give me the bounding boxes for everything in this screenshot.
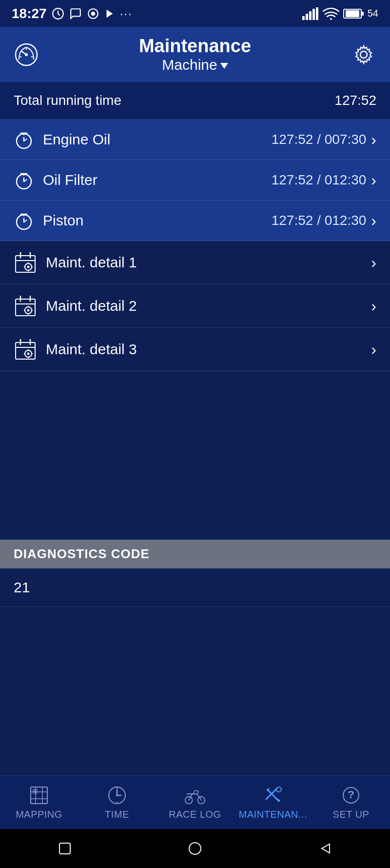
svg-line-14: [31, 57, 33, 57]
nav-item-time[interactable]: TIME: [78, 781, 156, 824]
svg-point-12: [25, 53, 28, 56]
calendar-gear-icon-3: [14, 338, 37, 361]
oil-filter-item[interactable]: Oil Filter 127:52 / 012:30 ›: [0, 160, 390, 201]
app-header: Maintenance Machine: [0, 27, 390, 82]
engine-oil-left: Engine Oil: [14, 129, 110, 150]
svg-point-37: [27, 266, 30, 268]
status-right: 54: [302, 7, 378, 20]
machine-selector[interactable]: Machine: [41, 57, 349, 73]
svg-marker-3: [106, 9, 113, 18]
race-log-icon: [184, 785, 206, 806]
setup-icon: ?: [340, 785, 362, 806]
gear-icon: [353, 44, 374, 65]
maint-detail-3-label: Maint. detail 3: [46, 341, 137, 358]
total-running-value: 127:52: [334, 93, 376, 108]
maintenance-nav-icon: [262, 785, 284, 806]
maint-detail-2-chevron: ›: [371, 297, 376, 315]
wifi-icon: [323, 7, 339, 20]
svg-point-57: [27, 353, 30, 355]
system-back-button[interactable]: [315, 839, 335, 858]
empty-space: [0, 371, 390, 540]
signal-icon: [302, 7, 319, 20]
header-center: Maintenance Machine: [41, 36, 349, 73]
chevron-down-icon: [220, 63, 228, 69]
svg-rect-67: [33, 789, 38, 794]
page-title: Maintenance: [41, 36, 349, 57]
svg-line-13: [20, 57, 21, 57]
calendar-gear-icon-2: [14, 294, 37, 318]
maint-detail-3-chevron: ›: [371, 341, 376, 359]
svg-rect-32: [16, 256, 35, 272]
piston-value: 127:52 / 012:30: [272, 213, 367, 228]
time-nav-icon: [106, 785, 128, 806]
engine-oil-value: 127:52 / 007:30: [272, 132, 367, 147]
diagnostics-header-label: DIAGNOSTICS CODE: [14, 546, 150, 561]
svg-rect-6: [309, 11, 312, 20]
play-icon: [104, 8, 115, 19]
system-home-button[interactable]: [185, 839, 205, 858]
clock-icon: [52, 7, 64, 20]
stopwatch-icon-3: [14, 210, 34, 231]
piston-chevron: ›: [371, 212, 376, 230]
piston-item[interactable]: Piston 127:52 / 012:30 ›: [0, 201, 390, 241]
nav-item-mapping[interactable]: MAPPING: [0, 781, 78, 824]
status-time: 18:27: [12, 6, 47, 21]
svg-point-47: [27, 309, 30, 312]
maint-detail-1-left: Maint. detail 1: [14, 251, 137, 274]
total-running-row: Total running time 127:52: [0, 82, 390, 120]
system-square-button[interactable]: [55, 839, 75, 858]
oil-filter-right: 127:52 / 012:30 ›: [272, 171, 376, 189]
status-bar: 18:27 ···: [0, 0, 390, 27]
maint-detail-1-item[interactable]: Maint. detail 1 ›: [0, 241, 390, 284]
svg-text:?: ?: [348, 788, 354, 801]
piston-left: Piston: [14, 210, 83, 231]
svg-point-9: [330, 18, 332, 20]
engine-oil-label: Engine Oil: [43, 131, 110, 148]
svg-point-79: [276, 787, 281, 792]
piston-right: 127:52 / 012:30 ›: [272, 212, 376, 230]
svg-rect-8: [316, 7, 318, 20]
calendar-gear-icon-1: [14, 251, 37, 274]
maint-detail-2-item[interactable]: Maint. detail 2 ›: [0, 284, 390, 328]
speedometer-button[interactable]: [12, 40, 41, 69]
oil-filter-value: 127:52 / 012:30: [272, 172, 367, 188]
lower-empty-space: [0, 607, 390, 775]
maint-detail-1-chevron: ›: [371, 254, 376, 272]
maint-detail-3-item[interactable]: Maint. detail 3 ›: [0, 328, 390, 371]
svg-point-16: [360, 51, 367, 58]
svg-marker-84: [322, 844, 330, 853]
nav-time-label: TIME: [105, 809, 129, 820]
total-running-label: Total running time: [14, 93, 121, 108]
speedometer-icon: [14, 42, 39, 67]
nav-item-setup[interactable]: ? SET UP: [312, 781, 390, 824]
diagnostics-value-row: 21: [0, 568, 390, 607]
svg-rect-7: [312, 9, 315, 20]
nav-item-maintenance[interactable]: MAINTENAN...: [234, 781, 312, 824]
engine-oil-chevron: ›: [371, 131, 376, 149]
main-content: Maintenance Machine Total running time 1…: [0, 27, 390, 775]
system-nav: [0, 829, 390, 868]
mapping-icon: [28, 785, 50, 806]
nav-mapping-label: MAPPING: [16, 809, 62, 820]
battery-level: 54: [368, 8, 378, 19]
stopwatch-icon-1: [14, 129, 34, 150]
message-icon: [69, 7, 82, 20]
svg-rect-4: [302, 16, 305, 20]
diagnostics-value: 21: [14, 579, 30, 595]
maint-detail-2-left: Maint. detail 2: [14, 294, 137, 318]
nav-setup-label: SET UP: [333, 809, 370, 820]
circle-icon: [87, 7, 99, 20]
oil-filter-left: Oil Filter: [14, 170, 98, 190]
maint-detail-2-label: Maint. detail 2: [46, 298, 137, 314]
svg-point-2: [91, 11, 95, 16]
stopwatch-icon-2: [14, 170, 34, 190]
engine-oil-item[interactable]: Engine Oil 127:52 / 007:30 ›: [0, 120, 390, 160]
settings-button[interactable]: [349, 40, 378, 69]
nav-maintenance-label: MAINTENAN...: [239, 809, 307, 820]
maint-detail-3-left: Maint. detail 3: [14, 338, 137, 361]
svg-point-83: [189, 843, 201, 854]
nav-item-race-log[interactable]: RACE LOG: [156, 781, 234, 824]
oil-filter-chevron: ›: [371, 171, 376, 189]
svg-rect-42: [16, 299, 35, 316]
bottom-nav: MAPPING TIME RACE LOG: [0, 775, 390, 829]
